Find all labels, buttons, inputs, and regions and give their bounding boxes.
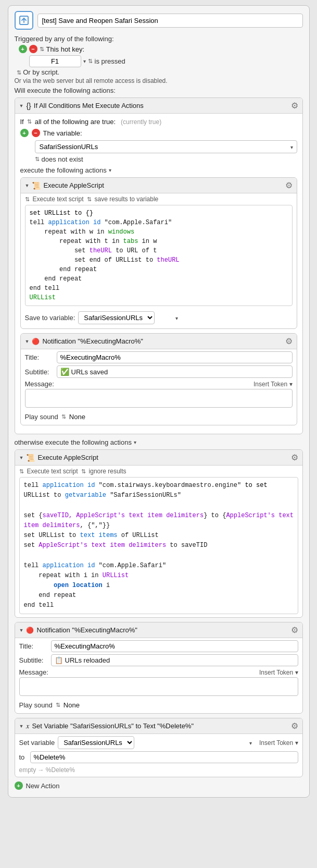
as2-sub-label-row: ⇅ Execute text script ⇅ ignore results xyxy=(15,466,302,475)
notif1-subtitle-row: Subtitle: ✅ URLs saved xyxy=(21,365,297,378)
is-pressed-text: is pressed xyxy=(95,57,125,65)
applescript1-block: ▼ 📜 Execute AppleScript ⚙ ⇅ Execute text… xyxy=(20,177,297,329)
if-label: If xyxy=(20,118,24,126)
condition-block-body: If ⇅ all of the following are true: (cur… xyxy=(15,114,302,434)
to-input[interactable] xyxy=(30,751,298,763)
sync-icon: ⇅ xyxy=(40,46,44,53)
add-condition-btn[interactable]: + xyxy=(20,129,29,137)
notif1-play-sound-label: Play sound xyxy=(25,413,58,421)
notif1-play-sound-row: Play sound ⇅ None xyxy=(21,411,297,425)
notif2-title-row: Title: xyxy=(15,638,302,652)
setvar-insert-token[interactable]: Insert Token ▾ xyxy=(259,739,298,747)
applescript2-block: ▼ 📜 Execute AppleScript ⚙ ⇅ Execute text… xyxy=(15,449,303,618)
as1-save-results: save results to variable xyxy=(95,195,159,203)
notif2-play-sound-label: Play sound xyxy=(19,701,53,709)
macro-title-input[interactable] xyxy=(37,14,303,28)
main-container: Triggered by any of the following: + − ⇅… xyxy=(8,5,310,798)
set-var-to-row: to xyxy=(15,751,302,765)
notif2-message-label: Message: xyxy=(19,668,48,676)
execute-actions-arrow[interactable]: ▾ xyxy=(109,167,111,173)
set-var-select[interactable]: SafariSessionURLs xyxy=(58,736,134,749)
notif2-play-sound-value: None xyxy=(64,701,80,709)
pressed-sync-icon: ⇅ xyxy=(88,58,93,65)
set-variable-block: ▼ 𝑥 Set Variable "SafariSessionURLs" to … xyxy=(15,718,303,777)
save-var-label: Save to variable: xyxy=(25,314,75,322)
notif2-insert-token[interactable]: Insert Token ▾ xyxy=(259,669,298,676)
hotkey-label: This hot key: xyxy=(46,45,85,53)
remove-trigger-btn[interactable]: − xyxy=(29,45,37,53)
check-icon: ✅ xyxy=(60,368,69,376)
notif1-title-input[interactable] xyxy=(57,351,293,363)
set-var-label: Set variable xyxy=(19,739,55,747)
condition-gear-icon[interactable]: ⚙ xyxy=(291,101,298,111)
notif2-title-input[interactable] xyxy=(51,640,298,652)
set-variable-header: ▼ 𝑥 Set Variable "SafariSessionURLs" to … xyxy=(15,718,302,734)
the-variable-row: + − The variable: xyxy=(20,129,297,137)
new-action-add-btn[interactable]: + xyxy=(15,781,23,790)
empty-arrow-text: empty → %Delete% xyxy=(19,766,75,774)
notif2-subtitle-label: Subtitle: xyxy=(19,656,48,664)
condition-block-title: If All Conditions Met Execute Actions xyxy=(34,102,144,109)
the-variable-label: The variable: xyxy=(43,129,82,137)
applescript1-header: ▼ 📜 Execute AppleScript ⚙ xyxy=(21,178,297,193)
notif1-title-label: Title: xyxy=(25,353,54,361)
applescript2-title: Execute AppleScript xyxy=(37,454,98,461)
notif2-subtitle-icon: 📋 xyxy=(55,656,63,664)
set-variable-title: Set Variable "SafariSessionURLs" to Text… xyxy=(32,722,194,730)
hotkey-input[interactable] xyxy=(29,55,81,67)
collapse-as1-btn[interactable]: ▼ xyxy=(25,183,30,188)
set-var-row: Set variable SafariSessionURLs Insert To… xyxy=(15,734,302,751)
condition-row: If ⇅ all of the following are true: (cur… xyxy=(20,118,297,126)
as2-ignore-results: ignore results xyxy=(89,468,126,475)
remove-condition-btn[interactable]: − xyxy=(32,129,40,137)
applescript1-gear[interactable]: ⚙ xyxy=(285,180,293,190)
notification1-header: ▼ 🔴 Notification "%ExecutingMacro%" ⚙ xyxy=(21,334,297,349)
set-variable-icon: 𝑥 xyxy=(26,722,29,730)
webserver-label: Or via the web server but all remote acc… xyxy=(15,77,303,84)
applescript2-code[interactable]: tell application id "com.stairways.keybo… xyxy=(19,477,298,614)
new-action-row: + New Action xyxy=(15,781,303,790)
title-bar xyxy=(15,11,303,30)
variable-select-row: SafariSessionURLs xyxy=(35,140,297,153)
notification1-icon: 🔴 xyxy=(32,338,40,345)
notification2-gear[interactable]: ⚙ xyxy=(291,625,298,635)
notification2-block: ▼ 🔴 Notification "%ExecutingMacro%" ⚙ Ti… xyxy=(15,622,303,714)
notif1-title-row: Title: xyxy=(21,349,297,363)
empty-arrow-row: empty → %Delete% xyxy=(15,765,302,777)
or-by-script-label: ⇅ Or by script. xyxy=(17,68,303,76)
condition-block-header: ▼ {} If All Conditions Met Execute Actio… xyxy=(15,98,302,114)
notification2-header: ▼ 🔴 Notification "%ExecutingMacro%" ⚙ xyxy=(15,622,302,638)
notification1-title: Notification "%ExecutingMacro%" xyxy=(42,337,143,345)
add-trigger-btn[interactable]: + xyxy=(19,45,27,53)
as1-sub-label-row: ⇅ Execute text script ⇅ save results to … xyxy=(21,193,297,203)
notification1-block: ▼ 🔴 Notification "%ExecutingMacro%" ⚙ Ti… xyxy=(20,333,297,425)
notif1-message-row: Message: Insert Token ▾ xyxy=(21,380,297,388)
notification2-icon: 🔴 xyxy=(26,627,34,634)
set-variable-gear[interactable]: ⚙ xyxy=(291,721,298,731)
collapse-setvar-btn[interactable]: ▼ xyxy=(19,724,24,729)
notif1-subtitle-field[interactable]: ✅ URLs saved xyxy=(57,365,293,378)
applescript1-title: Execute AppleScript xyxy=(43,181,104,189)
notif2-subtitle-value: URLs reloaded xyxy=(65,656,110,664)
applescript1-code[interactable]: set URLList to {} tell application id "c… xyxy=(25,205,293,306)
applescript2-header: ▼ 📜 Execute AppleScript ⚙ xyxy=(15,450,302,466)
notif2-play-sound-row: Play sound ⇅ None xyxy=(15,699,302,713)
collapse-notif2-btn[interactable]: ▼ xyxy=(19,628,24,633)
otherwise-arrow[interactable]: ▾ xyxy=(134,439,136,445)
save-var-select[interactable]: SafariSessionURLs xyxy=(78,311,155,324)
notif1-message-area[interactable] xyxy=(25,389,293,408)
as1-sub-label: Execute text script xyxy=(33,195,84,203)
collapse-as2-btn[interactable]: ▼ xyxy=(19,455,24,460)
notif2-subtitle-field[interactable]: 📋 URLs reloaded xyxy=(51,654,298,666)
variable-select[interactable]: SafariSessionURLs xyxy=(35,140,297,153)
notification1-gear[interactable]: ⚙ xyxy=(285,336,293,346)
applescript2-gear[interactable]: ⚙ xyxy=(291,453,298,462)
hotkey-dropdown-arrow[interactable]: ▾ xyxy=(83,58,86,64)
notif1-insert-token[interactable]: Insert Token ▾ xyxy=(253,381,292,388)
notif1-message-label: Message: xyxy=(25,380,54,388)
collapse-notif1-btn[interactable]: ▼ xyxy=(25,339,30,344)
collapse-condition-btn[interactable]: ▼ xyxy=(19,103,24,108)
to-label: to xyxy=(19,753,27,761)
applescript2-icon: 📜 xyxy=(26,454,35,462)
notif2-message-area[interactable] xyxy=(19,677,298,696)
